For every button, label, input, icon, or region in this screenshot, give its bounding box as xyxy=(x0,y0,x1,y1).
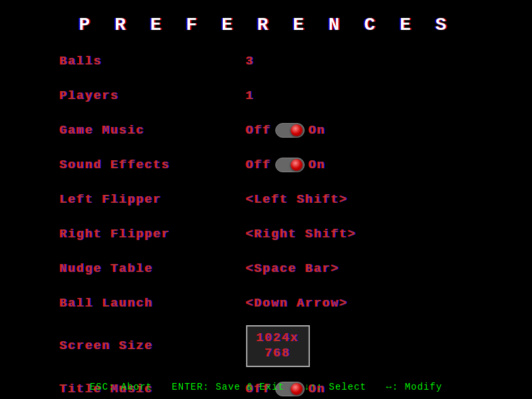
pref-value-ball-launch: <Down Arrow> xyxy=(246,297,348,310)
pref-value-left-flipper: <Left Shift> xyxy=(246,193,348,206)
pref-label-game-music: Game Music xyxy=(60,124,246,137)
toggle-off-label-sound-effects: Off xyxy=(246,158,271,172)
pref-value-screen-size: 1024x 768 xyxy=(257,331,299,362)
pref-value-nudge-table: <Space Bar> xyxy=(246,262,340,275)
preferences-table: Balls3Players1Game MusicOffOnSound Effec… xyxy=(60,49,472,399)
pref-label-sound-effects: Sound Effects xyxy=(60,158,246,172)
toggle-knob-sound-effects xyxy=(291,159,303,171)
screen-size-box[interactable]: 1024x 768 xyxy=(246,325,310,367)
pref-label-players: Players xyxy=(60,89,246,102)
pref-row-players: Players1 xyxy=(60,83,472,108)
pref-row-right-flipper: Right Flipper<Right Shift> xyxy=(60,221,472,247)
pref-row-sound-effects: Sound EffectsOffOn xyxy=(60,152,472,178)
page-title: P R E F E R E N C E S xyxy=(79,15,454,35)
pref-row-balls: Balls3 xyxy=(60,49,472,74)
pref-row-nudge-table: Nudge Table<Space Bar> xyxy=(60,256,472,281)
toggle-off-label-game-music: Off xyxy=(246,124,271,137)
pref-label-balls: Balls xyxy=(60,55,246,68)
toggle-group-game-music: OffOn xyxy=(246,123,326,138)
pref-value-balls: 3 xyxy=(246,55,255,68)
toggle-on-label-sound-effects: On xyxy=(309,158,326,172)
bottom-bar: ESC: Abort ENTER: Save & Exit ↓↑: Select… xyxy=(0,382,532,392)
pref-row-left-flipper: Left Flipper<Left Shift> xyxy=(60,187,472,212)
modify-hint: ↔: Modify xyxy=(386,382,442,392)
abort-hint: ESC: Abort xyxy=(90,382,152,392)
toggle-on-label-game-music: On xyxy=(309,124,326,137)
pref-label-left-flipper: Left Flipper xyxy=(60,193,246,206)
pref-label-nudge-table: Nudge Table xyxy=(60,262,246,275)
pref-label-ball-launch: Ball Launch xyxy=(60,297,246,310)
toggle-knob-game-music xyxy=(291,124,303,136)
save-hint: ENTER: Save & Exit xyxy=(172,382,284,392)
toggle-switch-sound-effects[interactable] xyxy=(275,158,305,172)
pref-value-players: 1 xyxy=(246,89,255,102)
toggle-group-sound-effects: OffOn xyxy=(246,158,326,172)
pref-row-game-music: Game MusicOffOn xyxy=(60,118,472,143)
pref-value-right-flipper: <Right Shift> xyxy=(246,227,356,241)
toggle-switch-game-music[interactable] xyxy=(275,123,305,138)
pref-label-right-flipper: Right Flipper xyxy=(60,227,246,241)
pref-label-screen-size: Screen Size xyxy=(60,339,246,352)
select-hint: ↓↑: Select xyxy=(304,382,366,392)
pref-row-screen-size: Screen Size1024x 768 xyxy=(60,325,472,367)
pref-row-ball-launch: Ball Launch<Down Arrow> xyxy=(60,291,472,316)
